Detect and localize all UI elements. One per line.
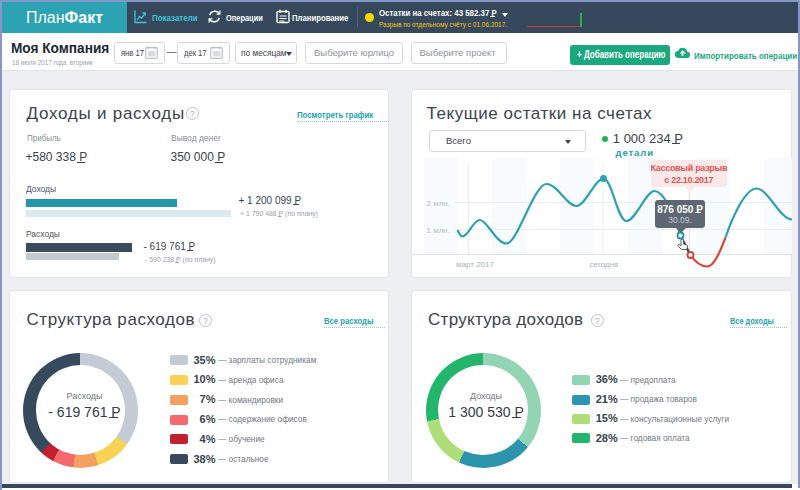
svg-text:сегодня: сегодня	[589, 260, 618, 269]
svg-text:март 2017: март 2017	[456, 260, 494, 269]
svg-text:1 млн.: 1 млн.	[426, 226, 449, 235]
svg-text:2 млн.: 2 млн.	[426, 199, 449, 208]
